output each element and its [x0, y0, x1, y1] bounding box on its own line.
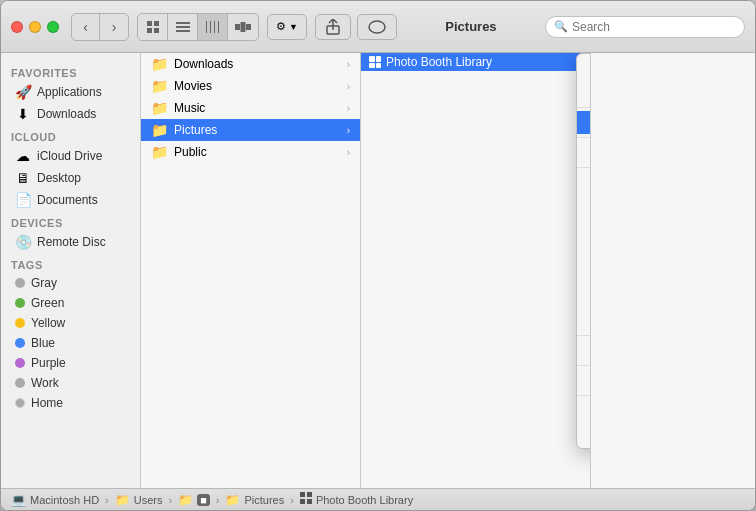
sidebar-item-tag-work[interactable]: Work: [5, 373, 136, 393]
svg-rect-13: [246, 24, 251, 30]
icloud-label: iCloud: [1, 125, 140, 145]
chevron-icon: ›: [347, 59, 350, 70]
sidebar-item-tag-home[interactable]: Home: [5, 393, 136, 413]
ctx-compress[interactable]: Compress "Photo Booth Library": [577, 217, 591, 240]
sidebar-item-desktop[interactable]: 🖥 Desktop: [5, 167, 136, 189]
maximize-button[interactable]: [47, 21, 59, 33]
tag-dot-home: [15, 398, 25, 408]
ctx-make-alias[interactable]: Make Alias: [577, 263, 591, 286]
chevron-icon: ›: [347, 147, 350, 158]
tag-label-purple: Purple: [31, 356, 66, 370]
svg-rect-5: [176, 26, 190, 28]
file-item-photo-booth-library[interactable]: Photo Booth Library: [361, 53, 590, 71]
ctx-move-to-trash[interactable]: Move to Trash: [577, 141, 591, 164]
tag-label-yellow: Yellow: [31, 316, 65, 330]
statusbar: 💻 Macintosh HD › 📁 Users › 📁 ■ › 📁 Pictu…: [1, 488, 755, 510]
svg-rect-4: [176, 22, 190, 24]
search-input[interactable]: [572, 20, 736, 34]
ctx-open[interactable]: Open: [577, 58, 591, 81]
file-area: 📁 Downloads › 📁 Movies › 📁 Music ›: [141, 53, 755, 488]
sidebar-item-documents[interactable]: 📄 Documents: [5, 189, 136, 211]
ctx-share[interactable]: Share ›: [577, 309, 591, 332]
share-button[interactable]: [315, 14, 351, 40]
ctx-get-info[interactable]: Get Info: [577, 171, 591, 194]
column-1: 📁 Downloads › 📁 Movies › 📁 Music ›: [141, 53, 361, 488]
ctx-tags[interactable]: Tags...: [577, 399, 591, 422]
folder-icon: 📁: [151, 144, 168, 160]
icon-view-button[interactable]: [138, 14, 168, 40]
tag-dot-purple: [15, 358, 25, 368]
column-view-button[interactable]: [198, 14, 228, 40]
svg-rect-11: [235, 24, 240, 30]
file-item-downloads[interactable]: 📁 Downloads ›: [141, 53, 360, 75]
tag-button[interactable]: [357, 14, 397, 40]
tags-label: Tags: [1, 253, 140, 273]
sidebar-item-tag-blue[interactable]: Blue: [5, 333, 136, 353]
devices-label: Devices: [1, 211, 140, 231]
column-2: Photo Booth Library Open Open With ›: [361, 53, 591, 488]
file-label-photo-booth-library: Photo Booth Library: [386, 55, 492, 69]
ctx-show-view-options[interactable]: Show View Options: [577, 369, 591, 392]
ctx-quick-look[interactable]: Quick Look "Photo Booth Library": [577, 286, 591, 309]
tag-label-gray: Gray: [31, 276, 57, 290]
sidebar-item-applications[interactable]: 🚀 Applications: [5, 81, 136, 103]
forward-button[interactable]: ›: [100, 14, 128, 40]
ctx-rename[interactable]: Rename: [577, 194, 591, 217]
sidebar-item-remote-disc[interactable]: 💿 Remote Disc: [5, 231, 136, 253]
action-buttons: [315, 14, 397, 40]
svg-rect-18: [300, 499, 305, 504]
ctx-tag-colors-row: [577, 422, 591, 444]
sidebar-item-tag-gray[interactable]: Gray: [5, 273, 136, 293]
list-view-button[interactable]: [168, 14, 198, 40]
cover-view-button[interactable]: [228, 14, 258, 40]
ctx-copy[interactable]: Copy "Photo Booth Library": [577, 339, 591, 362]
breadcrumb-hd-icon: 💻: [11, 493, 26, 507]
ctx-show-package-contents[interactable]: Show Package Contents: [577, 111, 591, 134]
tag-dot-blue: [15, 338, 25, 348]
ctx-duplicate[interactable]: Duplicate: [577, 240, 591, 263]
folder-icon: 📁: [151, 56, 168, 72]
file-label-music: Music: [174, 101, 341, 115]
arrange-button[interactable]: ⚙ ▼: [267, 14, 307, 40]
ctx-open-with[interactable]: Open With ›: [577, 81, 591, 104]
back-button[interactable]: ‹: [72, 14, 100, 40]
sidebar-item-tag-yellow[interactable]: Yellow: [5, 313, 136, 333]
ctx-separator: [577, 167, 591, 168]
file-item-public[interactable]: 📁 Public ›: [141, 141, 360, 163]
file-label-movies: Movies: [174, 79, 341, 93]
remote-disc-icon: 💿: [15, 234, 31, 250]
chevron-icon: ›: [347, 125, 350, 136]
sidebar: Favorites 🚀 Applications ⬇ Downloads iCl…: [1, 53, 141, 488]
breadcrumb-sep: ›: [216, 494, 220, 506]
ctx-separator: [577, 395, 591, 396]
chevron-icon: ›: [347, 81, 350, 92]
svg-rect-9: [214, 21, 215, 33]
search-bar[interactable]: 🔍: [545, 16, 745, 38]
sidebar-item-downloads[interactable]: ⬇ Downloads: [5, 103, 136, 125]
svg-rect-1: [154, 21, 159, 26]
sidebar-item-icloud-drive[interactable]: ☁ iCloud Drive: [5, 145, 136, 167]
file-item-movies[interactable]: 📁 Movies ›: [141, 75, 360, 97]
sidebar-item-tag-green[interactable]: Green: [5, 293, 136, 313]
breadcrumb-folder-icon-users: 📁: [115, 493, 130, 507]
breadcrumb-photo-booth: Photo Booth Library: [316, 494, 413, 506]
file-item-pictures[interactable]: 📁 Pictures ›: [141, 119, 360, 141]
documents-icon: 📄: [15, 192, 31, 208]
close-button[interactable]: [11, 21, 23, 33]
tag-dot-gray: [15, 278, 25, 288]
file-item-music[interactable]: 📁 Music ›: [141, 97, 360, 119]
svg-rect-12: [241, 22, 246, 32]
tag-label-green: Green: [31, 296, 64, 310]
breadcrumb-users: Users: [134, 494, 163, 506]
sidebar-item-tag-purple[interactable]: Purple: [5, 353, 136, 373]
svg-rect-3: [154, 28, 159, 33]
svg-point-15: [369, 21, 385, 33]
tag-label-work: Work: [31, 376, 59, 390]
file-label-public: Public: [174, 145, 341, 159]
ctx-separator: [577, 107, 591, 108]
titlebar: ‹ › ⚙ ▼: [1, 1, 755, 53]
minimize-button[interactable]: [29, 21, 41, 33]
svg-rect-8: [210, 21, 211, 33]
sidebar-label-downloads: Downloads: [37, 107, 96, 121]
tag-label-home: Home: [31, 396, 63, 410]
